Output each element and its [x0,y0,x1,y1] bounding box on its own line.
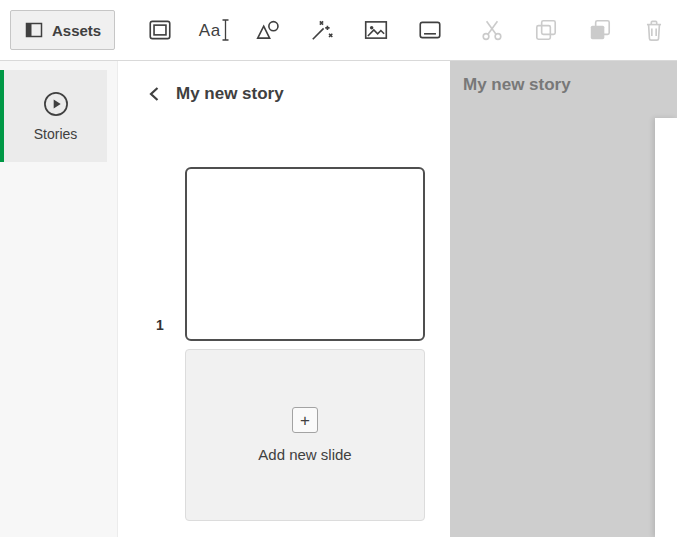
copy-icon [533,17,559,43]
storytelling-app: Assets Aa [0,0,677,537]
add-new-slide-button[interactable]: + Add new slide [185,349,425,521]
text-cursor-icon [221,19,230,41]
add-new-slide-label: Add new slide [258,446,351,463]
text-tool-glyph: Aa [199,22,221,39]
slide-canvas-surface[interactable] [655,118,677,537]
sidebar-item-label: Stories [34,126,78,142]
panel-left-icon [24,20,44,40]
sidebar-item-stories[interactable]: Stories [0,70,107,162]
slide-panel-header: My new story [118,61,450,105]
effects-tool-button[interactable] [302,10,342,50]
delete-button[interactable] [634,10,674,50]
chevron-left-icon [146,85,164,103]
slide-thumbnail[interactable] [185,167,425,341]
text-tool-button[interactable]: Aa [194,10,234,50]
canvas-story-title: My new story [463,75,571,95]
cut-button[interactable] [472,10,512,50]
assets-sidebar: Stories [0,61,118,537]
media-tool-button[interactable] [356,10,396,50]
paste-icon [587,17,613,43]
slide-panel: My new story 1 + Add new slide [118,61,450,537]
slide-number: 1 [148,317,172,333]
magic-wand-icon [309,17,335,43]
image-icon [363,17,389,43]
paste-button[interactable] [580,10,620,50]
sheet-tool-button[interactable] [410,10,450,50]
trash-icon [641,17,667,43]
copy-button[interactable] [526,10,566,50]
play-circle-icon [42,90,70,118]
back-button[interactable] [144,83,166,105]
story-canvas: My new story [450,61,677,537]
toolbar: Assets Aa [0,0,677,61]
assets-button-label: Assets [52,22,101,39]
story-title: My new story [176,83,284,105]
assets-button[interactable]: Assets [10,10,115,50]
clipboard-tool-group [472,10,674,50]
insert-tool-group: Aa [140,10,450,50]
shapes-icon [255,17,281,43]
shapes-tool-button[interactable] [248,10,288,50]
plus-icon: + [292,407,318,433]
sheet-icon [417,17,443,43]
scissors-icon [479,17,505,43]
snapshot-icon [147,17,173,43]
snapshot-tool-button[interactable] [140,10,180,50]
